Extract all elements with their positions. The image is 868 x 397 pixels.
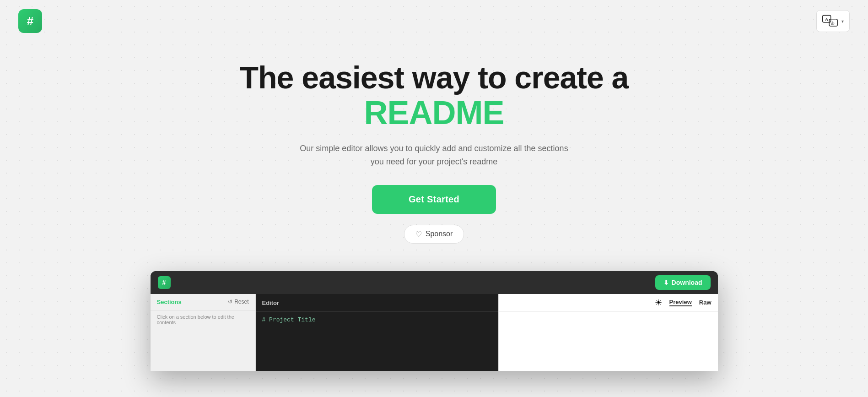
hero-title-line2: README: [364, 95, 504, 131]
translate-chevron: ▾: [841, 19, 844, 24]
editor-panel: Editor # Project Title: [256, 294, 498, 371]
sections-hint: Click on a section below to edit the con…: [151, 310, 255, 329]
app-header: # A あ ▾: [0, 0, 868, 42]
hero-subtitle: Our simple editor allows you to quickly …: [297, 142, 571, 169]
reset-label: Reset: [234, 299, 248, 305]
sections-title: Sections: [157, 299, 182, 305]
logo-area: #: [18, 9, 42, 33]
heart-icon: ♡: [415, 230, 422, 239]
svg-text:あ: あ: [831, 21, 835, 25]
app-titlebar: # ⬇ Download: [151, 271, 718, 294]
get-started-button[interactable]: Get Started: [372, 185, 496, 214]
reset-button[interactable]: ↺ Reset: [228, 299, 248, 305]
download-icon: ⬇: [663, 279, 669, 286]
theme-icon: ☀: [655, 298, 662, 307]
app-titlebar-logo: #: [158, 276, 171, 289]
app-logo: #: [18, 9, 42, 33]
editor-header: Editor: [256, 294, 498, 312]
sponsor-button[interactable]: ♡ Sponsor: [404, 225, 464, 244]
tab-raw[interactable]: Raw: [699, 299, 712, 306]
app-content-area: Sections ↺ Reset Click on a section belo…: [151, 294, 718, 371]
reset-icon: ↺: [228, 299, 232, 305]
theme-toggle-button[interactable]: ☀: [655, 298, 662, 308]
download-button[interactable]: ⬇ Download: [655, 275, 711, 290]
app-preview: # ⬇ Download Sections ↺ Reset Click on a…: [151, 271, 718, 371]
sections-header: Sections ↺ Reset: [151, 294, 255, 310]
preview-tabs: ☀ Preview Raw: [499, 294, 718, 312]
editor-content: # Project Title: [256, 312, 498, 328]
editor-line[interactable]: # Project Title: [262, 316, 492, 323]
download-label: Download: [672, 279, 702, 286]
translate-button[interactable]: A あ ▾: [816, 10, 850, 32]
translate-icon: A あ: [822, 14, 839, 28]
editor-label: Editor: [262, 299, 280, 306]
svg-text:A: A: [825, 17, 828, 22]
hero-section: The easiest way to create a README Our s…: [0, 42, 868, 271]
hero-title-line1: The easiest way to create a: [240, 60, 629, 95]
sponsor-label: Sponsor: [426, 230, 453, 238]
tab-preview[interactable]: Preview: [669, 299, 692, 306]
preview-panel: ☀ Preview Raw: [498, 294, 718, 371]
sections-panel: Sections ↺ Reset Click on a section belo…: [151, 294, 256, 371]
